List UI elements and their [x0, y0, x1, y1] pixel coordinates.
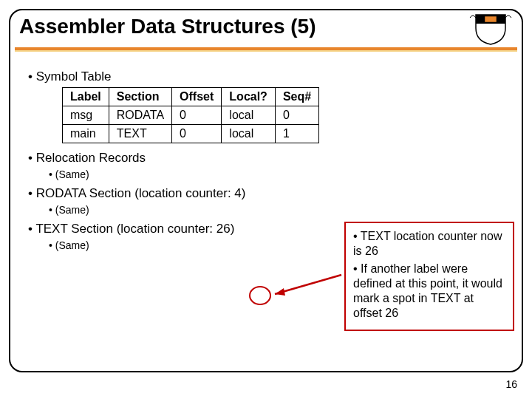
callout-line: If another label were defined at this po… — [353, 262, 505, 321]
col-section: Section — [109, 88, 171, 106]
table-row: main TEXT 0 local 1 — [63, 125, 319, 143]
table-header-row: Label Section Offset Local? Seq# — [63, 88, 319, 106]
highlight-circle-icon — [249, 286, 271, 305]
svg-rect-0 — [485, 16, 497, 22]
callout-line: TEXT location counter now is 26 — [353, 229, 505, 259]
symbol-table: Label Section Offset Local? Seq# msg ROD… — [62, 87, 319, 143]
page-title: Assembler Data Structures (5) — [19, 15, 316, 38]
bullet-relocation: Relocation Records — [28, 151, 513, 166]
title-underline — [15, 47, 517, 52]
col-label: Label — [63, 88, 109, 106]
callout-box: TEXT location counter now is 26 If anoth… — [344, 222, 514, 331]
table-row: msg RODATA 0 local 0 — [63, 106, 319, 125]
bullet-same: (Same) — [49, 204, 513, 216]
col-offset: Offset — [172, 88, 222, 106]
bullet-symbol-table: Symbol Table — [28, 69, 513, 84]
bullet-rodata: RODATA Section (location counter: 4) — [28, 186, 513, 201]
col-local: Local? — [222, 88, 276, 106]
princeton-shield-icon — [468, 12, 513, 46]
page-number: 16 — [505, 378, 517, 390]
bullet-same: (Same) — [49, 168, 513, 180]
col-seq: Seq# — [275, 88, 318, 106]
